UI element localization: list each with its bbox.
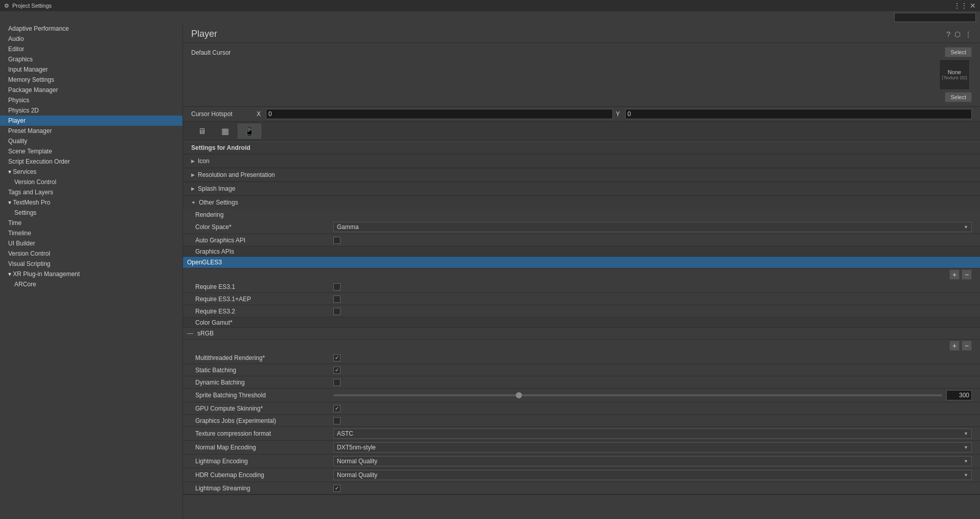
menu-icon[interactable]: ⋮	[965, 30, 972, 38]
cursor-selector: Select None (Texture 2D) Select	[939, 47, 972, 102]
sprite-batching-thumb[interactable]	[516, 392, 522, 398]
other-settings-section: ▼ Other Settings Rendering Color Space* …	[183, 196, 980, 495]
lightmap-encoding-dropdown[interactable]: Normal Quality ▼	[333, 456, 972, 466]
sidebar-item-textmesh-pro[interactable]: ▾ TextMesh Pro	[0, 197, 183, 208]
sidebar-item-package-manager[interactable]: Package Manager	[0, 85, 183, 95]
auto-graphics-api-label: Auto Graphics API	[195, 237, 333, 244]
graphics-apis-label-row: Graphics APIs	[183, 246, 980, 257]
android-icon: 📱	[244, 126, 255, 136]
require-es32-checkbox[interactable]	[333, 308, 340, 315]
gamut-item-srgb: — sRGB	[183, 328, 980, 339]
color-space-dropdown[interactable]: Gamma ▼	[333, 222, 972, 232]
require-es31-checkbox[interactable]	[333, 283, 340, 290]
graphics-jobs-checkbox[interactable]	[333, 417, 340, 424]
search-input[interactable]	[894, 13, 976, 22]
splash-arrow: ▶	[191, 186, 195, 191]
sidebar-item-physics-2d[interactable]: Physics 2D	[0, 105, 183, 116]
sprite-batching-input[interactable]	[946, 390, 972, 400]
sidebar-item-scene-template[interactable]: Scene Template	[0, 146, 183, 156]
gamut-remove-button[interactable]: −	[962, 341, 972, 351]
close-icon[interactable]: ✕	[970, 2, 976, 10]
hdr-cubemap-encoding-dropdown[interactable]: Normal Quality ▼	[333, 470, 972, 480]
xr-arrow: ▾	[8, 270, 13, 278]
expand-icon[interactable]: ⬡	[954, 30, 961, 38]
lightmap-streaming-checkbox[interactable]	[333, 485, 340, 492]
api-item-opengles3[interactable]: OpenGLES3	[183, 257, 980, 268]
sidebar-item-services[interactable]: ▾ Services	[0, 167, 183, 177]
sidebar-item-preset-manager[interactable]: Preset Manager	[0, 126, 183, 136]
require-es32-label: Require ES3.2	[195, 308, 333, 315]
main-layout: Adaptive Performance Audio Editor Graphi…	[0, 24, 980, 519]
sidebar-item-version-control2[interactable]: Version Control	[0, 249, 183, 259]
static-batching-checkbox[interactable]	[333, 367, 340, 374]
hdr-cubemap-encoding-value: Normal Quality ▼	[333, 470, 972, 480]
require-es31aep-row: Require ES3.1+AEP	[183, 293, 980, 305]
cursor-hotspot-row: Cursor Hotspot X Y	[183, 107, 980, 122]
platform-tab-webgl[interactable]: ▦	[215, 124, 236, 139]
sidebar-item-xr-plugin-management[interactable]: ▾ XR Plug-in Management	[0, 269, 183, 279]
icon-collapse-header[interactable]: ▶ Icon	[183, 154, 980, 168]
lightmap-streaming-label: Lightmap Streaming	[195, 485, 333, 492]
static-batching-row: Static Batching	[183, 364, 980, 376]
sprite-batching-track[interactable]	[333, 394, 942, 396]
dynamic-batching-checkbox[interactable]	[333, 379, 340, 386]
dots-icon: ⋮⋮	[953, 2, 968, 10]
auto-graphics-api-checkbox[interactable]	[333, 237, 340, 244]
resolution-collapse-header[interactable]: ▶ Resolution and Presentation	[183, 168, 980, 182]
sidebar-item-quality[interactable]: Quality	[0, 136, 183, 146]
resolution-label: Resolution and Presentation	[198, 171, 275, 178]
sidebar-item-tags-and-layers[interactable]: Tags and Layers	[0, 187, 183, 197]
require-es32-row: Require ES3.2	[183, 305, 980, 318]
gamut-controls: + −	[183, 340, 980, 352]
color-space-value: Gamma ▼	[333, 222, 972, 232]
services-arrow: ▾	[8, 168, 13, 175]
splash-section: ▶ Splash Image	[183, 182, 980, 196]
player-header: Player ? ⬡ ⋮	[183, 24, 980, 43]
normal-map-encoding-dropdown[interactable]: DXT5nm-style ▼	[333, 442, 972, 453]
sprite-batching-value	[333, 390, 972, 400]
sidebar-item-input-manager[interactable]: Input Manager	[0, 64, 183, 75]
texture-compression-dropdown[interactable]: ASTC ▼	[333, 428, 972, 439]
sidebar-item-editor[interactable]: Editor	[0, 44, 183, 54]
splash-collapse-header[interactable]: ▶ Splash Image	[183, 182, 980, 195]
api-add-button[interactable]: +	[949, 269, 960, 280]
sidebar-item-audio[interactable]: Audio	[0, 34, 183, 44]
platform-tab-android[interactable]: 📱	[238, 124, 261, 139]
color-space-dropdown-arrow: ▼	[964, 224, 968, 230]
sidebar-item-player[interactable]: Player	[0, 116, 183, 126]
sidebar-item-visual-scripting[interactable]: Visual Scripting	[0, 259, 183, 269]
sidebar-item-ui-builder[interactable]: UI Builder	[0, 238, 183, 249]
help-icon[interactable]: ?	[946, 30, 950, 38]
auto-graphics-api-row: Auto Graphics API	[183, 234, 980, 246]
multithreaded-rendering-row: Multithreaded Rendering*	[183, 352, 980, 364]
cursor-select-button[interactable]: Select	[945, 47, 972, 57]
sidebar-item-version-control[interactable]: Version Control	[0, 177, 183, 187]
sidebar-item-memory-settings[interactable]: Memory Settings	[0, 75, 183, 85]
require-es31aep-value	[333, 296, 972, 303]
y-axis-label: Y	[616, 110, 622, 118]
hotspot-y-input[interactable]	[625, 109, 972, 119]
require-es31-row: Require ES3.1	[183, 281, 980, 293]
cursor-none-text: None	[948, 69, 961, 75]
cursor-select-button2[interactable]: Select	[945, 92, 972, 102]
sidebar-item-adaptive-performance[interactable]: Adaptive Performance	[0, 24, 183, 34]
multithreaded-rendering-checkbox[interactable]	[333, 354, 340, 362]
hotspot-fields: X Y	[257, 109, 972, 119]
lightmap-encoding-label: Lightmap Encoding	[195, 458, 333, 465]
sidebar-item-time[interactable]: Time	[0, 218, 183, 228]
gamut-add-button[interactable]: +	[949, 341, 960, 351]
sidebar-item-script-execution-order[interactable]: Script Execution Order	[0, 156, 183, 167]
other-collapse-header[interactable]: ▼ Other Settings	[183, 196, 980, 209]
hotspot-x-input[interactable]	[266, 109, 613, 119]
platform-tab-pc[interactable]: 🖥	[191, 124, 213, 139]
require-es31aep-checkbox[interactable]	[333, 296, 340, 303]
sidebar-item-timeline[interactable]: Timeline	[0, 228, 183, 238]
sidebar-item-physics[interactable]: Physics	[0, 95, 183, 105]
gpu-compute-skinning-checkbox[interactable]	[333, 405, 340, 412]
color-gamut-label-row: Color Gamut*	[183, 318, 980, 328]
sidebar-item-arcore[interactable]: ARCore	[0, 279, 183, 289]
sidebar-item-settings[interactable]: Settings	[0, 208, 183, 218]
api-remove-button[interactable]: −	[962, 269, 972, 280]
sidebar-item-graphics[interactable]: Graphics	[0, 54, 183, 64]
icon-arrow: ▶	[191, 159, 195, 164]
